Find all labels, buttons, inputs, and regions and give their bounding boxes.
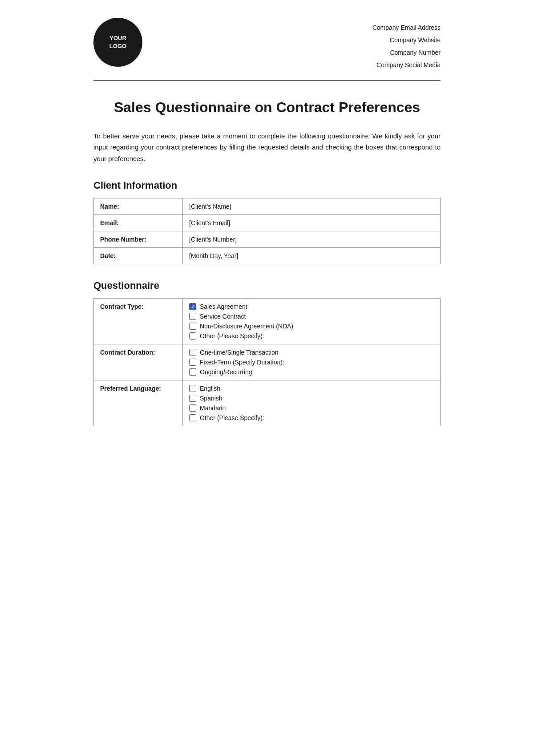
- checkbox-label: Other (Please Specify):: [200, 332, 264, 340]
- checkbox-item[interactable]: Non-Disclosure Agreement (NDA): [189, 323, 434, 330]
- preferred-language-label: Preferred Language:: [94, 380, 183, 426]
- checkbox-item[interactable]: Sales Agreement: [189, 303, 434, 310]
- checkbox-item[interactable]: Fixed-Term (Specify Duration):: [189, 359, 434, 366]
- intro-text: To better serve your needs, please take …: [93, 130, 441, 165]
- checkbox-box[interactable]: [189, 368, 196, 376]
- field-label: Email:: [94, 215, 183, 231]
- page-title: Sales Questionnaire on Contract Preferen…: [93, 98, 441, 117]
- client-info-row: Date:[Month Day, Year]: [94, 248, 441, 264]
- checkbox-item[interactable]: Spanish: [189, 395, 434, 402]
- client-info-table: Name:[Client's Name]Email:[Client's Emai…: [93, 198, 441, 264]
- checkbox-label: English: [200, 385, 220, 392]
- checkbox-label: Spanish: [200, 395, 222, 402]
- contract-type-options: Sales AgreementService ContractNon-Discl…: [183, 299, 441, 344]
- client-section-title: Client Information: [93, 180, 441, 191]
- company-social: Company Social Media: [372, 59, 441, 71]
- contract-type-label: Contract Type:: [94, 299, 183, 344]
- checkbox-box[interactable]: [189, 303, 196, 310]
- checkbox-item[interactable]: One-time/Single Transaction: [189, 349, 434, 356]
- checkbox-label: Sales Agreement: [200, 303, 247, 310]
- field-value: [Client's Name]: [183, 198, 441, 215]
- checkbox-label: Ongoing/Recurring: [200, 368, 252, 376]
- checkbox-box[interactable]: [189, 359, 196, 366]
- field-value: [Month Day, Year]: [183, 248, 441, 264]
- questionnaire-section-title: Questionnaire: [93, 280, 441, 291]
- field-label: Name:: [94, 198, 183, 215]
- preferred-language-options: EnglishSpanishMandarinOther (Please Spec…: [183, 380, 441, 426]
- contract-type-row: Contract Type: Sales AgreementService Co…: [94, 299, 441, 344]
- checkbox-box[interactable]: [189, 323, 196, 330]
- field-value: [Client's Email]: [183, 215, 441, 231]
- contract-duration-label: Contract Duration:: [94, 344, 183, 380]
- page-header: YOUR LOGO Company Email Address Company …: [93, 18, 441, 71]
- company-logo: YOUR LOGO: [93, 18, 142, 67]
- checkbox-box[interactable]: [189, 395, 196, 402]
- header-divider: [93, 80, 441, 81]
- checkbox-box[interactable]: [189, 404, 196, 412]
- company-number: Company Number: [372, 46, 441, 59]
- field-label: Phone Number:: [94, 231, 183, 248]
- checkbox-box[interactable]: [189, 332, 196, 340]
- client-info-row: Phone Number:[Client's Number]: [94, 231, 441, 248]
- checkbox-label: Mandarin: [200, 404, 226, 412]
- field-value: [Client's Number]: [183, 231, 441, 248]
- checkbox-item[interactable]: Ongoing/Recurring: [189, 368, 434, 376]
- checkbox-box[interactable]: [189, 414, 196, 421]
- field-label: Date:: [94, 248, 183, 264]
- checkbox-box[interactable]: [189, 313, 196, 320]
- checkbox-label: Service Contract: [200, 313, 246, 320]
- checkbox-item[interactable]: Other (Please Specify):: [189, 332, 434, 340]
- checkbox-item[interactable]: Service Contract: [189, 313, 434, 320]
- questionnaire-table: Contract Type: Sales AgreementService Co…: [93, 298, 441, 426]
- checkbox-label: Fixed-Term (Specify Duration):: [200, 359, 284, 366]
- checkbox-label: Non-Disclosure Agreement (NDA): [200, 323, 293, 330]
- company-email: Company Email Address: [372, 21, 441, 34]
- checkbox-item[interactable]: Mandarin: [189, 404, 434, 412]
- checkbox-box[interactable]: [189, 385, 196, 392]
- checkbox-box[interactable]: [189, 349, 196, 356]
- preferred-language-row: Preferred Language: EnglishSpanishMandar…: [94, 380, 441, 426]
- company-info: Company Email Address Company Website Co…: [372, 18, 441, 71]
- checkbox-item[interactable]: Other (Please Specify):: [189, 414, 434, 421]
- client-info-row: Name:[Client's Name]: [94, 198, 441, 215]
- logo-line1: YOUR: [109, 34, 126, 42]
- client-info-row: Email:[Client's Email]: [94, 215, 441, 231]
- contract-duration-options: One-time/Single TransactionFixed-Term (S…: [183, 344, 441, 380]
- logo-line2: LOGO: [109, 42, 126, 50]
- company-website: Company Website: [372, 34, 441, 46]
- checkbox-label: Other (Please Specify):: [200, 414, 264, 421]
- checkbox-label: One-time/Single Transaction: [200, 349, 279, 356]
- checkbox-item[interactable]: English: [189, 385, 434, 392]
- contract-duration-row: Contract Duration: One-time/Single Trans…: [94, 344, 441, 380]
